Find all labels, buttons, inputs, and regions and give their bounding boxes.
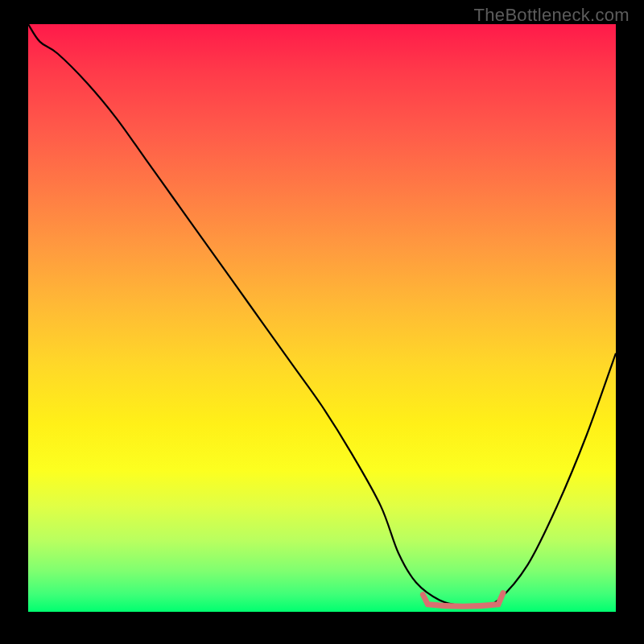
chart-container: TheBottleneck.com: [0, 0, 644, 644]
gradient-background: [28, 24, 616, 612]
watermark: TheBottleneck.com: [474, 5, 630, 26]
